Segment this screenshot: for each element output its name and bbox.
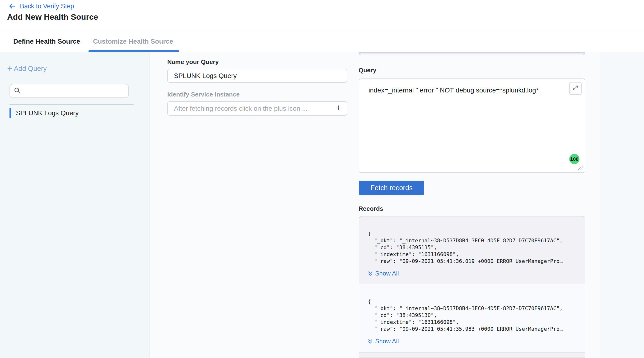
back-link-label: Back to Verify Step	[20, 2, 74, 10]
chevron-double-down-icon	[368, 271, 373, 277]
page-title: Add New Health Source	[7, 12, 98, 21]
service-instance-input[interactable]	[168, 105, 333, 112]
fetch-records-button[interactable]: Fetch records	[359, 181, 424, 195]
record-json: { "_bkt": "_internal~38~D537D8B4-3EC0-4D…	[368, 298, 578, 333]
right-margin-strip	[600, 52, 644, 358]
show-all-label: Show All	[375, 270, 399, 277]
tab-define-health-source[interactable]: Define Health Source	[13, 31, 80, 52]
tab-customize-health-source[interactable]: Customize Health Source	[93, 31, 173, 52]
add-health-source-page: Back to Verify Step Add New Health Sourc…	[0, 0, 644, 358]
record-card-partial	[359, 352, 585, 358]
record-json: { "_bkt": "_internal~38~D537D8B4-3EC0-4D…	[368, 230, 578, 265]
record-count-badge: 100	[569, 154, 580, 164]
selected-item-indicator	[10, 108, 11, 118]
name-your-query-label: Name your Query	[167, 58, 219, 66]
query-input[interactable]: index=_internal " error " NOT debug sour…	[368, 86, 570, 167]
resize-handle-icon[interactable]	[577, 165, 584, 171]
add-service-instance-plus-icon[interactable]: +	[333, 103, 347, 114]
chevron-double-down-icon	[368, 339, 373, 344]
query-name-field	[167, 69, 347, 83]
search-input[interactable]	[24, 87, 124, 95]
show-all-link[interactable]: Show All	[368, 270, 399, 277]
plus-icon: +	[7, 64, 12, 73]
records-label: Records	[358, 205, 383, 212]
identify-service-instance-label: Identify Service Instance	[167, 91, 240, 98]
sidebar-item-splunk-logs-query[interactable]: SPLUNK Logs Query	[10, 108, 79, 118]
search-icon	[14, 87, 21, 95]
sidebar-divider	[10, 104, 134, 105]
query-label: Query	[358, 67, 376, 74]
query-name-input[interactable]	[168, 72, 347, 80]
back-link[interactable]: Back to Verify Step	[8, 2, 74, 10]
clipped-input-above[interactable]	[358, 52, 586, 55]
records-panel: { "_bkt": "_internal~38~D537D8B4-3EC0-4D…	[359, 216, 586, 358]
query-editor: index=_internal " error " NOT debug sour…	[359, 78, 586, 173]
record-card: { "_bkt": "_internal~38~D537D8B4-3EC0-4D…	[359, 284, 585, 352]
add-query-button[interactable]: + Add Query	[7, 64, 47, 73]
service-instance-field: +	[167, 101, 347, 116]
record-card: { "_bkt": "_internal~38~D537D8B4-3EC0-4D…	[359, 216, 585, 284]
query-item-label: SPLUNK Logs Query	[16, 109, 79, 117]
add-query-label: Add Query	[14, 65, 47, 72]
show-all-label: Show All	[375, 338, 399, 345]
tab-bar: Define Health Source Customize Health So…	[0, 31, 644, 52]
expand-icon	[572, 85, 578, 92]
expand-query-button[interactable]	[569, 82, 582, 95]
back-arrow-icon	[8, 2, 16, 10]
show-all-link[interactable]: Show All	[368, 338, 399, 345]
query-search-box	[10, 84, 129, 98]
